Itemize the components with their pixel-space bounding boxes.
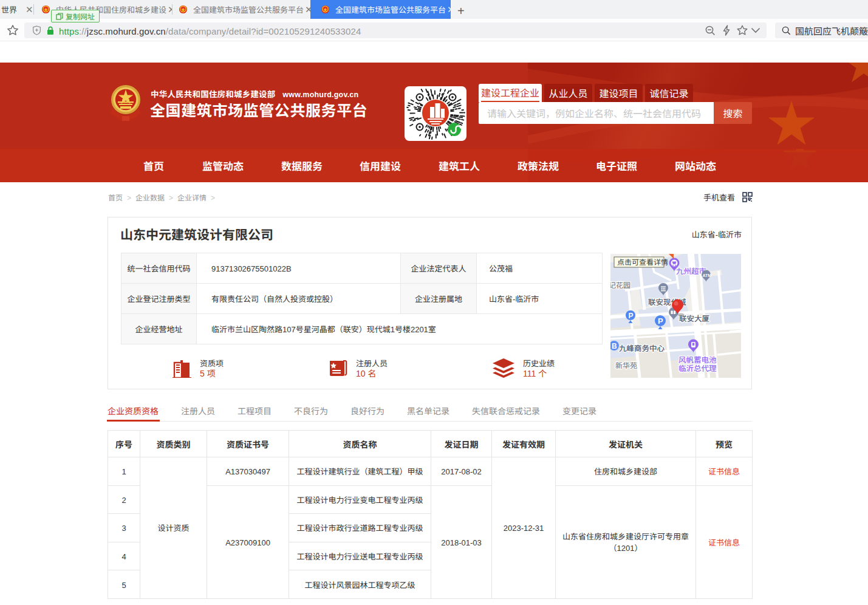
svg-text:ATM: ATM (703, 273, 712, 278)
svg-text:点击可查看详情: 点击可查看详情 (617, 256, 668, 267)
svg-text:临沂总代理: 临沂总代理 (678, 362, 717, 374)
svg-text:P: P (629, 312, 634, 320)
svg-text:B: B (612, 342, 617, 350)
svg-text:P: P (658, 316, 663, 326)
svg-text:九峰商务中心: 九峰商务中心 (619, 342, 665, 354)
svg-text:新华苑: 新华苑 (615, 360, 637, 370)
svg-text:记花园: 记花园 (610, 279, 630, 290)
